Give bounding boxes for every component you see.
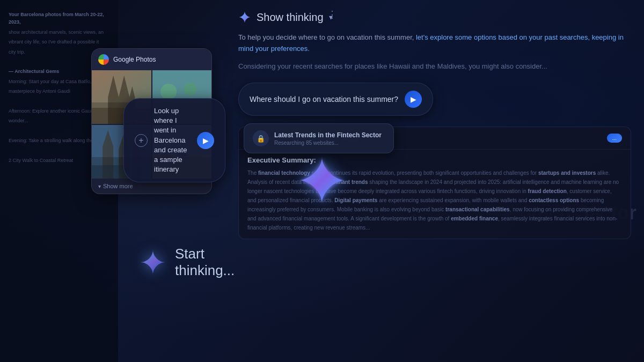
barcelona-prompt-text: Look up where I went in Barcelona and cr… (154, 106, 191, 174)
svg-point-8 (184, 83, 196, 95)
popup-subtitle: Researching 85 websites... (274, 140, 382, 146)
vacation-query-text: Where should I go on vacation this summe… (250, 95, 398, 104)
chevron-icon: ▾ (98, 183, 101, 189)
gemini-logo (140, 249, 166, 276)
photos-card-header: Google Photos (92, 49, 211, 70)
barcelona-send-button[interactable]: ▶ (197, 132, 214, 149)
vacation-send-button[interactable]: ▶ (405, 91, 422, 108)
photos-header-title: Google Photos (113, 56, 156, 63)
lock-icon: 🔒 (253, 130, 269, 146)
google-photos-icon (98, 54, 109, 65)
left-panel: Google Photos (0, 0, 225, 362)
barcelona-prompt-bubble[interactable]: + Look up where I went in Barcelona and … (123, 98, 225, 182)
thinking-secondary: Considering your recent searches for pla… (238, 61, 631, 72)
main-container: Google Photos (0, 0, 644, 362)
popup-title: Latest Trends in the Fintech Sector (274, 131, 382, 139)
fintech-badge[interactable]: ... (607, 134, 622, 143)
show-thinking-button[interactable]: Show thinking ▾ (238, 11, 631, 24)
fintech-research-popup: 🔒 Latest Trends in the Fintech Sector Re… (244, 123, 394, 153)
plus-icon: + (135, 134, 148, 147)
svg-point-7 (160, 84, 177, 100)
center-star (298, 156, 346, 206)
three-dot-menu[interactable]: ⋮ (327, 9, 337, 20)
vacation-bubble[interactable]: Where should I go on vacation this summe… (238, 83, 433, 116)
fintech-section: e Fintech Sector ☰ Latest Trends in the … (238, 127, 631, 239)
show-thinking-label: Show thinking (257, 11, 324, 24)
right-panel: ⋮ Show thinking ▾ To help you decide whe… (225, 0, 644, 362)
gemini-star-icon (238, 11, 251, 24)
start-thinking-section: Start thinking... (140, 246, 235, 279)
thinking-text: To help you decide where to go on vacati… (238, 32, 631, 55)
popup-content: Latest Trends in the Fintech Sector Rese… (274, 131, 382, 146)
